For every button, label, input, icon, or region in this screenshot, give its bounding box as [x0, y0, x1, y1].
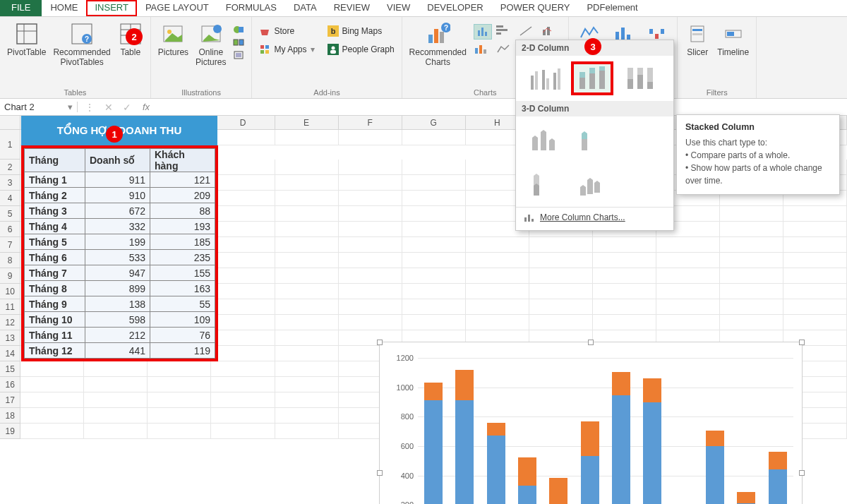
- svg-marker-12: [165, 33, 182, 42]
- ribbon: PivotTable ? Recommended PivotTables Tab…: [0, 17, 847, 99]
- stacked-column-option[interactable]: [571, 61, 613, 95]
- svg-rect-61: [692, 33, 702, 35]
- row-header[interactable]: 5: [0, 206, 20, 222]
- name-box[interactable]: Chart 2▾: [0, 102, 78, 112]
- row-header[interactable]: 9: [0, 268, 20, 284]
- online-pictures-icon: [198, 21, 224, 47]
- data-table: ThángDoanh sốKhách hàngTháng 1911121Thán…: [21, 145, 218, 361]
- svg-marker-90: [587, 178, 593, 194]
- svg-rect-47: [479, 45, 482, 54]
- svg-rect-33: [434, 29, 438, 43]
- tab-data[interactable]: DATA: [285, 0, 325, 16]
- formula-options-icon[interactable]: ⋮: [85, 102, 95, 113]
- column-chart-dropdown[interactable]: [474, 24, 492, 40]
- embedded-chart[interactable]: 020040060080010001200Tháng1Tháng2Tháng3T…: [379, 342, 803, 504]
- svg-marker-14: [203, 35, 220, 42]
- svg-rect-67: [546, 78, 549, 90]
- screenshot-button[interactable]: [233, 49, 244, 61]
- row-header[interactable]: 10: [0, 284, 20, 299]
- group-tables: PivotTable ? Recommended PivotTables Tab…: [0, 17, 151, 98]
- svg-rect-81: [647, 82, 653, 89]
- formula-enter-icon[interactable]: ✓: [123, 102, 131, 113]
- chart-icon: [523, 212, 534, 223]
- row-header[interactable]: 18: [0, 408, 20, 424]
- pivot-table-button[interactable]: PivotTable: [7, 21, 46, 58]
- col-header[interactable]: F: [339, 116, 402, 130]
- svg-rect-58: [661, 29, 664, 34]
- bar-chart-dropdown[interactable]: [496, 24, 516, 40]
- col-header[interactable]: E: [275, 116, 339, 130]
- svg-rect-23: [260, 45, 264, 49]
- row-header[interactable]: 11: [0, 299, 20, 315]
- row-header[interactable]: 2: [0, 160, 20, 175]
- 3d-stacked-column-option[interactable]: [571, 122, 613, 156]
- row-header[interactable]: 16: [0, 377, 20, 392]
- online-pictures-button[interactable]: Online Pictures: [196, 21, 226, 68]
- svg-rect-92: [524, 217, 527, 222]
- col-header[interactable]: G: [402, 116, 466, 130]
- people-graph-button[interactable]: People Graph: [328, 44, 395, 55]
- svg-marker-84: [549, 138, 555, 150]
- row-header[interactable]: 8: [0, 253, 20, 268]
- svg-rect-21: [236, 53, 241, 57]
- stock-chart-dropdown[interactable]: [519, 24, 539, 40]
- row-header[interactable]: 6: [0, 222, 20, 237]
- svg-text:?: ?: [444, 24, 448, 32]
- my-apps-button[interactable]: My Apps ▾: [259, 44, 314, 55]
- svg-rect-69: [558, 68, 560, 90]
- tab-view[interactable]: VIEW: [378, 0, 419, 16]
- tab-file[interactable]: FILE: [0, 0, 42, 16]
- svg-rect-31: [330, 50, 336, 54]
- row-header[interactable]: 3: [0, 175, 20, 191]
- tab-pdfelement[interactable]: PDFelement: [578, 0, 646, 16]
- col-header[interactable]: D: [212, 116, 275, 130]
- tab-home[interactable]: HOME: [42, 0, 86, 16]
- clustered-column-option[interactable]: [523, 61, 565, 95]
- row-header[interactable]: 17: [0, 392, 20, 408]
- svg-rect-17: [239, 27, 244, 32]
- more-column-charts[interactable]: More Column Charts...: [516, 207, 673, 227]
- row-header[interactable]: 15: [0, 361, 20, 377]
- 3d-100pct-stacked-option[interactable]: [523, 167, 565, 201]
- tab-power-query[interactable]: POWER QUERY: [492, 0, 579, 16]
- svg-rect-41: [496, 29, 507, 31]
- svg-rect-74: [599, 71, 605, 89]
- row-header[interactable]: 14: [0, 346, 20, 361]
- row-header[interactable]: 19: [0, 424, 20, 439]
- svg-rect-42: [496, 32, 501, 35]
- tab-review[interactable]: REVIEW: [325, 0, 378, 16]
- 100pct-stacked-column-option[interactable]: [619, 61, 661, 95]
- smartart-button[interactable]: [233, 37, 244, 48]
- pictures-button[interactable]: Pictures: [158, 21, 188, 58]
- combo-chart-dropdown[interactable]: [541, 24, 561, 40]
- row-header[interactable]: 12: [0, 315, 20, 330]
- slicer-button[interactable]: Slicer: [685, 21, 710, 58]
- svg-rect-39: [485, 32, 487, 36]
- svg-rect-24: [265, 45, 269, 49]
- recommended-pivottables-button[interactable]: ? Recommended PivotTables: [53, 21, 110, 68]
- 3d-clustered-column-option[interactable]: [523, 122, 565, 156]
- 3d-column-option[interactable]: [571, 167, 613, 201]
- line-chart-dropdown[interactable]: [496, 42, 516, 55]
- svg-point-11: [167, 30, 172, 34]
- svg-text:?: ?: [85, 35, 89, 43]
- tab-page-layout[interactable]: PAGE LAYOUT: [137, 0, 217, 16]
- row-header[interactable]: 1: [0, 130, 20, 160]
- bing-maps-button[interactable]: bBing Maps: [328, 25, 383, 37]
- tab-developer[interactable]: DEVELOPER: [419, 0, 491, 16]
- recommended-charts-button[interactable]: ? Recommended Charts: [409, 21, 467, 68]
- row-header[interactable]: 7: [0, 237, 20, 253]
- row-header[interactable]: 4: [0, 191, 20, 206]
- store-button[interactable]: Store: [259, 25, 294, 37]
- svg-marker-22: [260, 30, 269, 35]
- svg-rect-34: [440, 32, 444, 43]
- timeline-button[interactable]: Timeline: [717, 21, 749, 58]
- tab-insert[interactable]: INSERT: [86, 0, 136, 16]
- shapes-button[interactable]: [233, 24, 244, 35]
- svg-rect-65: [535, 71, 538, 90]
- row-header[interactable]: 13: [0, 330, 20, 346]
- svg-rect-77: [627, 79, 633, 89]
- formula-cancel-icon[interactable]: ✕: [104, 102, 113, 113]
- tab-formulas[interactable]: FORMULAS: [217, 0, 285, 16]
- hierarchy-chart-dropdown[interactable]: [474, 42, 493, 55]
